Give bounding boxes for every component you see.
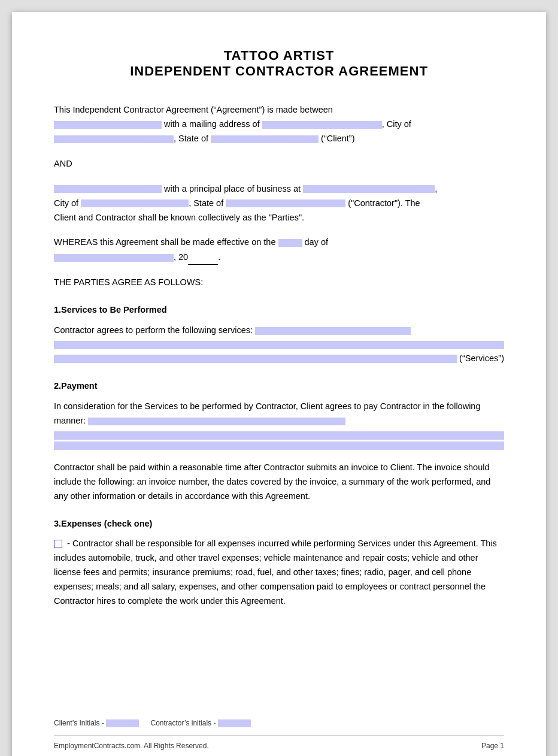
- services-field-row2[interactable]: [54, 355, 457, 363]
- day-field[interactable]: [278, 239, 302, 247]
- business-address-field[interactable]: [303, 185, 435, 193]
- section3: 3.Expenses (check one) - Contractor shal…: [54, 517, 504, 609]
- client-label: (“Client”): [321, 134, 354, 143]
- state-of-1: , State of: [174, 134, 211, 143]
- section2-number: 2.: [54, 381, 61, 391]
- city-of-2: City of: [54, 198, 78, 208]
- footer-left: EmploymentContracts.com. All Rights Rese…: [54, 742, 209, 750]
- city-field-1[interactable]: [54, 135, 174, 143]
- payment-field-row2[interactable]: [54, 441, 504, 450]
- services-suffix: (“Services”): [459, 352, 504, 366]
- year-prefix: , 20: [174, 252, 188, 262]
- period: .: [218, 252, 220, 262]
- payment-field-row1[interactable]: [54, 431, 504, 440]
- state-field-2[interactable]: [226, 199, 345, 207]
- expenses-checkbox[interactable]: [54, 540, 62, 548]
- city-field-2[interactable]: [81, 199, 189, 207]
- day-of-label: day of: [305, 237, 329, 247]
- section1-body-text: Contractor agrees to perform the followi…: [54, 325, 253, 335]
- section3-check-one: (check one): [102, 519, 153, 528]
- document-page: TATTOO ARTIST INDEPENDENT CONTRACTOR AGR…: [12, 12, 546, 756]
- parties-agree-line: THE PARTIES AGREE AS FOLLOWS:: [54, 276, 504, 290]
- whereas-block: WHEREAS this Agreement shall be made eff…: [54, 235, 504, 265]
- section2-body2-text: Contractor shall be paid within a reason…: [54, 462, 490, 501]
- initials-client-label: Client’s Initials -: [54, 719, 104, 727]
- initials-line: Client’s Initials - Contractor’s initial…: [54, 719, 504, 727]
- year-field[interactable]: [188, 250, 218, 265]
- section2-title: Payment: [61, 381, 97, 391]
- title-line2: INDEPENDENT CONTRACTOR AGREEMENT: [54, 63, 504, 79]
- initials-section: Client’s Initials - Contractor’s initial…: [54, 719, 504, 732]
- footer-right: Page 1: [481, 742, 504, 750]
- and-block: AND: [54, 157, 504, 171]
- title-block: TATTOO ARTIST INDEPENDENT CONTRACTOR AGR…: [54, 48, 504, 79]
- section3-body-block: - Contractor shall be responsible for al…: [54, 537, 504, 609]
- comma-1: ,: [435, 184, 437, 193]
- and-label: AND: [54, 159, 72, 168]
- state-field-1[interactable]: [211, 135, 319, 143]
- section1-heading: 1.Services to Be Performed: [54, 303, 504, 317]
- section2-body2-block: Contractor shall be paid within a reason…: [54, 461, 504, 504]
- payment-field-inline[interactable]: [88, 418, 345, 425]
- section2-body1-block: In consideration for the Services to be …: [54, 400, 504, 450]
- state-of-2: , State of: [189, 198, 226, 208]
- intro-text: This Independent Contractor Agreement (“…: [54, 105, 333, 114]
- mailing-address-label: with a mailing address of: [164, 119, 260, 129]
- contractor-initials-field[interactable]: [218, 719, 251, 727]
- section2-heading: 2.Payment: [54, 379, 504, 394]
- section3-heading: 3.Expenses (check one): [54, 517, 504, 531]
- section1-title: Services to Be Performed: [61, 305, 167, 315]
- mailing-address-field[interactable]: [262, 121, 382, 129]
- title-line1: TATTOO ARTIST: [54, 48, 504, 63]
- services-field-inline[interactable]: [255, 327, 411, 335]
- section1: 1.Services to Be Performed Contractor ag…: [54, 303, 504, 366]
- contractor-paragraph: with a principal place of business at , …: [54, 182, 504, 225]
- city-of-1: , City of: [382, 119, 411, 129]
- services-field-row1[interactable]: [54, 341, 504, 349]
- intro-paragraph: This Independent Contractor Agreement (“…: [54, 103, 504, 146]
- section3-number: 3.: [54, 519, 61, 528]
- initials-contractor-label: Contractor’s initials -: [151, 719, 216, 727]
- client-initials-field[interactable]: [106, 719, 139, 727]
- contractor-name-field[interactable]: [54, 185, 162, 193]
- whereas-text: WHEREAS this Agreement shall be made eff…: [54, 237, 275, 247]
- month-field[interactable]: [54, 254, 174, 262]
- contractor-label: ("Contractor"). The: [348, 198, 420, 208]
- footer: EmploymentContracts.com. All Rights Rese…: [54, 735, 504, 750]
- client-name-field[interactable]: [54, 121, 162, 129]
- principal-place-label: with a principal place of business at: [164, 184, 301, 193]
- parties-agree-text: THE PARTIES AGREE AS FOLLOWS:: [54, 277, 203, 287]
- expenses-text: - Contractor shall be responsible for al…: [54, 539, 497, 606]
- contractor-parties-text: Client and Contractor shall be known col…: [54, 213, 304, 222]
- section3-title: Expenses: [61, 519, 102, 528]
- section1-body-block: Contractor agrees to perform the followi…: [54, 323, 504, 366]
- section1-number: 1.: [54, 305, 61, 315]
- section2: 2.Payment In consideration for the Servi…: [54, 379, 504, 504]
